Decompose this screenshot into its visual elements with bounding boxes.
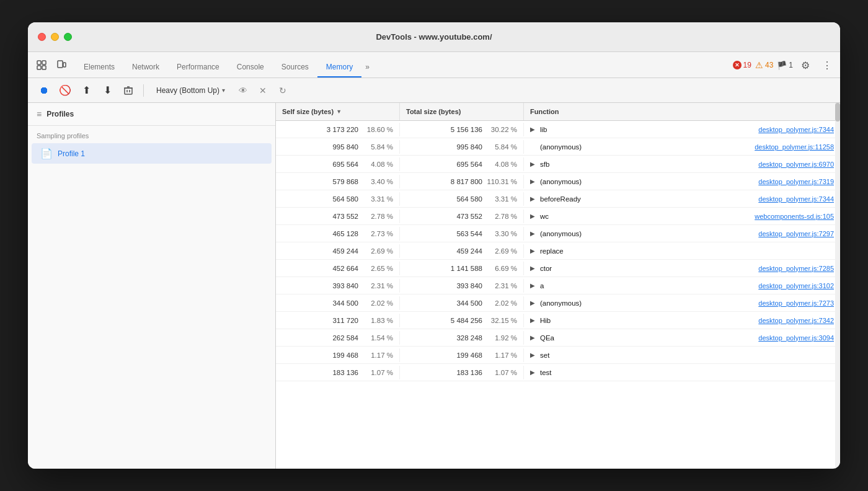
more-options-button[interactable]: ⋮ — [818, 56, 835, 74]
table-row[interactable]: 452 6642.65 %1 141 5886.69 %▶ctordesktop… — [276, 260, 840, 277]
profile-label: Profile 1 — [58, 149, 85, 158]
expand-arrow-icon[interactable]: ▶ — [530, 161, 538, 167]
svg-rect-6 — [125, 88, 132, 94]
eye-button[interactable]: 👁 — [235, 82, 251, 99]
cell-function: ▶test — [524, 366, 840, 379]
profiles-icon: ≡ — [37, 109, 42, 119]
source-link[interactable]: desktop_polymer.js:7342 — [758, 317, 834, 324]
titlebar: DevTools - www.youtube.com/ — [28, 22, 840, 52]
info-badge[interactable]: 🏴 1 — [777, 61, 793, 70]
table-row[interactable]: 3 173 22018.60 %5 156 13630.22 %▶libdesk… — [276, 121, 840, 138]
cell-self-size: 695 5644.08 % — [276, 157, 400, 171]
cell-self-size: 465 1282.73 % — [276, 227, 400, 241]
table-row[interactable]: 695 5644.08 %695 5644.08 %▶sfbdesktop_po… — [276, 156, 840, 173]
sidebar-header: ≡ Profiles — [28, 103, 275, 126]
expand-arrow-icon[interactable]: ▶ — [530, 352, 538, 358]
cell-self-size: 3 173 22018.60 % — [276, 123, 400, 136]
tab-network[interactable]: Network — [123, 58, 168, 77]
profile-item[interactable]: 📄 Profile 1 — [32, 143, 272, 164]
tab-sources[interactable]: Sources — [273, 58, 317, 77]
source-link[interactable]: webcomponents-sd.js:105 — [755, 213, 834, 220]
source-link[interactable]: desktop_polymer.js:7344 — [758, 195, 834, 203]
source-link[interactable]: desktop_polymer.js:6970 — [758, 161, 834, 168]
expand-arrow-icon[interactable]: ▶ — [530, 178, 538, 185]
collect-garbage-button[interactable] — [120, 82, 137, 99]
maximize-button[interactable] — [64, 33, 72, 41]
table-row[interactable]: 995 8405.84 %995 8405.84 %(anonymous)des… — [276, 138, 840, 156]
device-toolbar-icon[interactable] — [53, 56, 70, 74]
col-self-size[interactable]: Self size (bytes) ▼ — [276, 103, 400, 120]
table-row[interactable]: 393 8402.31 %393 8402.31 %▶adesktop_poly… — [276, 277, 840, 294]
expand-arrow-icon[interactable]: ▶ — [530, 299, 538, 306]
function-name: (anonymous) — [540, 143, 582, 151]
table-row[interactable]: 311 7201.83 %5 484 25632.15 %▶Hibdesktop… — [276, 312, 840, 329]
source-link[interactable]: desktop_polymer.js:7285 — [758, 265, 834, 272]
table-row[interactable]: 465 1282.73 %563 5443.30 %▶(anonymous)de… — [276, 225, 840, 242]
table-row[interactable]: 344 5002.02 %344 5002.02 %▶(anonymous)de… — [276, 294, 840, 312]
minimize-button[interactable] — [51, 33, 59, 41]
expand-arrow-icon[interactable]: ▶ — [530, 265, 538, 272]
scrollbar-track[interactable] — [835, 103, 840, 469]
close-button[interactable] — [38, 33, 46, 41]
warning-icon: ⚠ — [755, 60, 763, 70]
cell-total-size: 5 484 25632.15 % — [400, 314, 524, 327]
settings-button[interactable]: ⚙ — [797, 56, 814, 74]
expand-arrow-icon[interactable]: ▶ — [530, 230, 538, 237]
tab-performance[interactable]: Performance — [168, 58, 228, 77]
upload-button[interactable]: ⬆ — [78, 82, 95, 99]
source-link[interactable]: desktop_polymer.js:3102 — [758, 282, 834, 290]
source-link[interactable]: desktop_polymer.js:7297 — [758, 230, 834, 237]
table-row[interactable]: 262 5841.54 %328 2481.92 %▶QEadesktop_po… — [276, 329, 840, 347]
devtools-window: DevTools - www.youtube.com/ Elements Net… — [28, 22, 840, 469]
devtools-icons — [33, 56, 70, 77]
source-link[interactable]: desktop_polymer.js:3094 — [758, 334, 834, 342]
table-row[interactable]: 564 5803.31 %564 5803.31 %▶beforeReadyde… — [276, 190, 840, 208]
tab-memory[interactable]: Memory — [317, 58, 361, 77]
record-button[interactable]: ⏺ — [35, 82, 53, 99]
clear-button[interactable]: 🚫 — [56, 82, 74, 99]
sort-desc-icon: ▼ — [336, 108, 342, 115]
expand-arrow-icon[interactable]: ▶ — [530, 195, 538, 202]
cell-total-size: 8 817 800110.31 % — [400, 175, 524, 188]
function-name: (anonymous) — [540, 178, 582, 185]
source-link[interactable]: desktop_polymer.js:7273 — [758, 299, 834, 307]
svg-rect-5 — [63, 63, 66, 67]
tabs-right-controls: ✕ 19 ⚠ 43 🏴 1 ⚙ ⋮ — [733, 56, 835, 77]
table-row[interactable]: 183 1361.07 %183 1361.07 %▶test — [276, 364, 840, 381]
memory-toolbar: ⏺ 🚫 ⬆ ⬇ Heavy (Bottom Up) ▾ 👁 ✕ ↻ — [28, 78, 840, 103]
function-name: a — [540, 282, 544, 290]
tabs-row: Elements Network Performance Console Sou… — [28, 52, 840, 78]
source-link[interactable]: desktop_polymer.js:11258 — [755, 143, 834, 151]
source-link[interactable]: desktop_polymer.js:7319 — [758, 178, 834, 185]
error-badge[interactable]: ✕ 19 — [733, 61, 751, 69]
tab-more[interactable]: » — [361, 58, 373, 77]
expand-arrow-icon[interactable]: ▶ — [530, 282, 538, 289]
col-total-size[interactable]: Total size (bytes) — [400, 103, 524, 120]
inspect-element-icon[interactable] — [33, 56, 50, 74]
view-dropdown[interactable]: Heavy (Bottom Up) ▾ — [150, 83, 231, 98]
close-filter-button[interactable]: ✕ — [255, 82, 271, 99]
warning-badge[interactable]: ⚠ 43 — [755, 60, 773, 70]
expand-arrow-icon[interactable]: ▶ — [530, 317, 538, 324]
expand-arrow-icon[interactable]: ▶ — [530, 334, 538, 341]
table-row[interactable]: 199 4681.17 %199 4681.17 %▶set — [276, 347, 840, 364]
tab-console[interactable]: Console — [228, 58, 273, 77]
function-name: (anonymous) — [540, 299, 582, 307]
table-row[interactable]: 579 8683.40 %8 817 800110.31 %▶(anonymou… — [276, 173, 840, 190]
refresh-button[interactable]: ↻ — [275, 82, 291, 99]
cell-self-size: 579 8683.40 % — [276, 175, 400, 188]
table-row[interactable]: 473 5522.78 %473 5522.78 %▶wcwebcomponen… — [276, 208, 840, 225]
table-row[interactable]: 459 2442.69 %459 2442.69 %▶replace — [276, 242, 840, 260]
expand-arrow-icon[interactable]: ▶ — [530, 369, 538, 376]
col-function[interactable]: Function — [524, 103, 840, 120]
expand-arrow-icon[interactable]: ▶ — [530, 247, 538, 254]
download-button[interactable]: ⬇ — [99, 82, 116, 99]
cell-self-size: 564 5803.31 % — [276, 192, 400, 206]
expand-arrow-icon[interactable]: ▶ — [530, 213, 538, 219]
expand-arrow-icon[interactable]: ▶ — [530, 126, 538, 133]
tab-elements[interactable]: Elements — [75, 58, 123, 77]
source-link[interactable]: desktop_polymer.js:7344 — [758, 126, 834, 133]
cell-total-size: 344 5002.02 % — [400, 296, 524, 310]
scrollbar-thumb[interactable] — [835, 103, 840, 122]
cell-self-size: 452 6642.65 % — [276, 262, 400, 275]
